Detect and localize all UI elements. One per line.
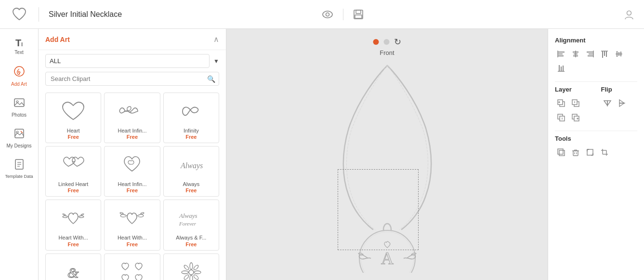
art-item-infinity-free: Free bbox=[185, 134, 197, 140]
flip-vertical-button[interactable] bbox=[616, 97, 628, 109]
svg-rect-35 bbox=[558, 55, 564, 56]
art-item-infinity[interactable]: Infinity Free bbox=[163, 93, 219, 143]
art-search-input[interactable] bbox=[45, 72, 219, 86]
sidebar-item-add-art[interactable]: Add Art bbox=[0, 61, 38, 91]
search-icon: 🔍 bbox=[207, 75, 215, 83]
alignment-title: Alignment bbox=[555, 37, 637, 44]
art-item-heart[interactable]: Heart Free bbox=[45, 93, 101, 143]
canvas-top-controls: ↻ bbox=[373, 37, 401, 47]
svg-marker-73 bbox=[619, 100, 624, 103]
save-icon bbox=[353, 9, 364, 20]
art-item-always-name: Always bbox=[183, 181, 199, 187]
svg-rect-54 bbox=[561, 67, 562, 71]
sidebar-item-photos[interactable]: Photos bbox=[0, 93, 38, 121]
art-panel-header: Add Art ∧ bbox=[39, 29, 226, 50]
save-button[interactable] bbox=[353, 9, 364, 20]
svg-point-20 bbox=[189, 270, 194, 275]
logo bbox=[10, 5, 29, 24]
heart-logo-icon bbox=[11, 6, 27, 23]
template-data-icon bbox=[13, 159, 25, 173]
canvas-dot-2[interactable] bbox=[383, 39, 389, 45]
duplicate-button[interactable] bbox=[555, 146, 567, 159]
layer-tools bbox=[555, 97, 591, 124]
art-panel-collapse-button[interactable]: ∧ bbox=[213, 35, 219, 44]
layer-flip-row: Layer Flip bbox=[555, 86, 637, 124]
delete-button[interactable] bbox=[569, 146, 582, 159]
canvas-refresh-button[interactable]: ↻ bbox=[394, 37, 401, 47]
add-art-icon bbox=[13, 65, 26, 80]
svg-point-27 bbox=[183, 274, 189, 280]
art-item-linked-heart[interactable]: Linked Heart Free bbox=[45, 146, 101, 197]
align-right-button[interactable] bbox=[584, 48, 596, 60]
art-panel: Add Art ∧ ALL Hearts Infinity Animals Na… bbox=[39, 29, 226, 280]
bring-forward-button[interactable] bbox=[569, 97, 582, 109]
my-designs-icon bbox=[13, 128, 25, 142]
art-item-always-forever[interactable]: Always Forever Always & F... Free bbox=[163, 200, 219, 250]
art-item-heart-wings1[interactable]: Heart With... Free bbox=[45, 200, 101, 250]
sidebar-item-my-designs[interactable]: My Designs bbox=[0, 124, 38, 152]
art-item-heart-infinity2-name: Heart Infin... bbox=[118, 181, 147, 187]
svg-rect-77 bbox=[573, 151, 578, 156]
layer-group: Layer bbox=[555, 86, 591, 124]
svg-rect-4 bbox=[355, 15, 362, 18]
art-item-heart-infinity[interactable]: Heart Infin... Free bbox=[104, 93, 160, 143]
art-item-heart-wings1-name: Heart With... bbox=[59, 235, 88, 241]
svg-text:A: A bbox=[381, 249, 394, 268]
user-button[interactable] bbox=[624, 9, 634, 20]
svg-point-1 bbox=[326, 13, 329, 16]
svg-rect-33 bbox=[558, 52, 565, 53]
send-to-back-button[interactable] bbox=[569, 111, 582, 124]
art-item-heart-wings2-name: Heart With... bbox=[118, 235, 147, 241]
align-top-button[interactable] bbox=[598, 48, 611, 60]
align-left-button[interactable] bbox=[555, 48, 567, 60]
necklace-container: A bbox=[315, 51, 460, 273]
sidebar-item-template-data[interactable]: Template Data bbox=[0, 155, 38, 183]
art-item-four-hearts[interactable]: Four Hearts Free bbox=[104, 253, 160, 280]
bring-to-front-button[interactable] bbox=[555, 97, 567, 109]
art-item-and-preview: & bbox=[56, 258, 90, 280]
header-actions bbox=[322, 9, 634, 20]
canvas-area: ↻ Front bbox=[226, 29, 548, 280]
svg-rect-76 bbox=[558, 149, 563, 154]
art-item-heart-wings1-preview bbox=[56, 204, 90, 233]
flip-tools bbox=[601, 97, 638, 109]
art-item-heart-infinity-preview bbox=[115, 97, 149, 126]
text-icon: TI bbox=[15, 38, 23, 49]
svg-point-24 bbox=[194, 271, 201, 274]
svg-text:&: & bbox=[67, 265, 79, 280]
align-bottom-button[interactable] bbox=[555, 62, 567, 75]
alignment-tools bbox=[555, 48, 637, 75]
align-center-h-button[interactable] bbox=[569, 48, 582, 60]
flip-horizontal-button[interactable] bbox=[601, 97, 614, 109]
svg-rect-81 bbox=[587, 149, 593, 155]
photos-icon bbox=[13, 97, 25, 111]
art-item-always[interactable]: Always Always Free bbox=[163, 146, 219, 197]
header-divider bbox=[39, 7, 39, 22]
canvas-dot-1[interactable] bbox=[373, 39, 379, 45]
header: Silver Initial Necklace bbox=[0, 0, 644, 29]
right-divider-1 bbox=[555, 81, 637, 82]
resize-button[interactable] bbox=[584, 146, 596, 159]
preview-button[interactable] bbox=[322, 10, 333, 19]
user-icon bbox=[624, 9, 634, 20]
art-filter-select[interactable]: ALL Hearts Infinity Animals Nature bbox=[45, 54, 210, 68]
svg-point-21 bbox=[190, 263, 193, 269]
svg-rect-41 bbox=[587, 52, 593, 53]
svg-rect-75 bbox=[559, 150, 565, 156]
art-item-heart-preview bbox=[56, 97, 90, 126]
flip-group: Flip bbox=[601, 86, 638, 124]
art-item-and[interactable]: & And & Free bbox=[45, 253, 101, 280]
art-item-heart-wings2[interactable]: Heart With... Free bbox=[104, 200, 160, 250]
art-item-daisy-preview bbox=[174, 258, 208, 280]
svg-point-22 bbox=[190, 275, 193, 280]
align-middle-v-button[interactable] bbox=[613, 48, 625, 60]
art-grid-scroll[interactable]: Heart Free Heart Infin... Free bbox=[39, 90, 226, 280]
send-backward-button[interactable] bbox=[555, 111, 567, 124]
svg-point-25 bbox=[183, 264, 189, 270]
art-item-heart-infinity2[interactable]: Heart Infin... Free bbox=[104, 146, 160, 197]
svg-text:Always: Always bbox=[179, 212, 197, 219]
sidebar-item-text[interactable]: TI Text bbox=[0, 34, 38, 59]
art-item-daisy[interactable]: Daisy Free bbox=[163, 253, 219, 280]
crop-button[interactable] bbox=[598, 146, 611, 159]
svg-point-28 bbox=[193, 274, 199, 280]
